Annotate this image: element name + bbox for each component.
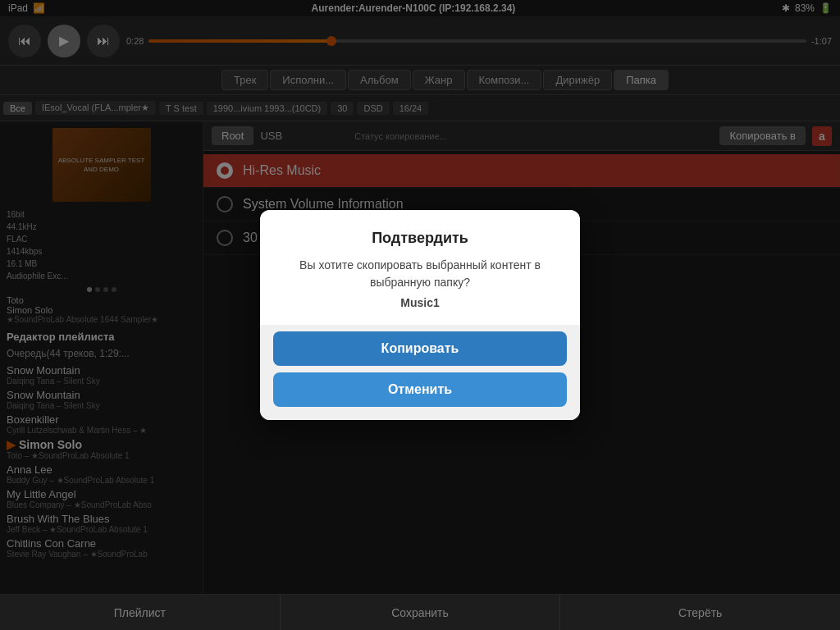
modal-actions: Копировать Отменить <box>260 325 580 420</box>
modal-overlay: Подтвердить Вы хотите скопировать выбран… <box>0 0 840 630</box>
modal-confirm-button[interactable]: Копировать <box>273 331 567 366</box>
modal-message: Вы хотите скопировать выбранный контент … <box>276 257 564 312</box>
modal-title: Подтвердить <box>276 230 564 247</box>
modal-body: Подтвердить Вы хотите скопировать выбран… <box>260 210 580 325</box>
modal-folder-name: Music1 <box>276 294 564 312</box>
modal-message-text: Вы хотите скопировать выбранный контент … <box>299 258 541 289</box>
modal-cancel-button[interactable]: Отменить <box>273 372 567 407</box>
modal-dialog: Подтвердить Вы хотите скопировать выбран… <box>260 210 580 420</box>
